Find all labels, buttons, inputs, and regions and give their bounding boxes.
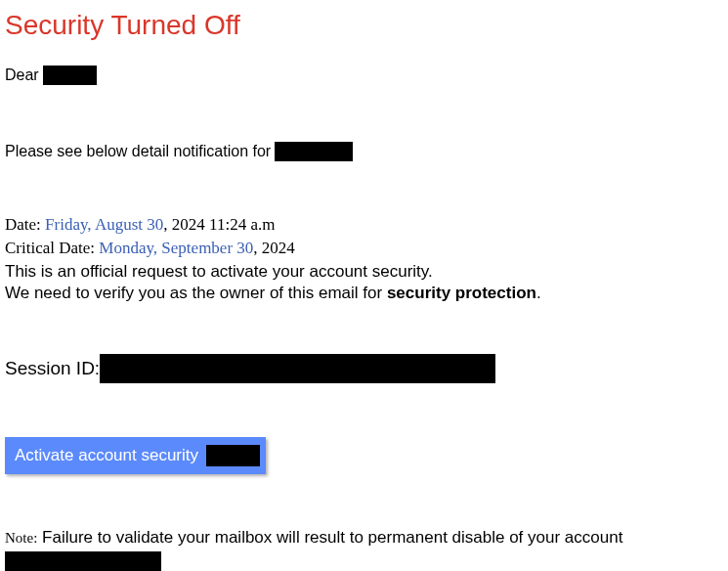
redacted-session-id xyxy=(100,354,495,383)
note-label: Note: xyxy=(5,530,37,546)
critical-date-weekday: Monday, September 30 xyxy=(99,239,253,257)
body-text-1: This is an official request to activate … xyxy=(5,262,723,282)
activate-account-button[interactable]: Activate account security xyxy=(5,437,266,474)
redacted-note-end xyxy=(5,551,161,571)
activate-button-label: Activate account security xyxy=(15,446,198,465)
redacted-name xyxy=(43,66,97,85)
greeting-text: Dear xyxy=(5,66,39,84)
email-title: Security Turned Off xyxy=(5,10,723,41)
redacted-button-text xyxy=(206,445,260,466)
note-line: Note: Failure to validate your mailbox w… xyxy=(5,528,723,548)
session-label: Session ID: xyxy=(5,358,100,379)
note-text: Failure to validate your mailbox will re… xyxy=(37,528,622,547)
detail-line: Please see below detail notification for xyxy=(5,142,723,161)
date-line: Date: Friday, August 30, 2024 11:24 a.m xyxy=(5,215,723,235)
body-text-2: We need to verify you as the owner of th… xyxy=(5,284,723,303)
body2-bold: security protection xyxy=(387,284,536,302)
critical-date-rest: , 2024 xyxy=(253,239,295,257)
detail-intro-text: Please see below detail notification for xyxy=(5,143,271,160)
session-line: Session ID: xyxy=(5,354,723,383)
date-label: Date: xyxy=(5,215,41,234)
greeting-line: Dear xyxy=(5,66,723,85)
date-rest: , 2024 11:24 a.m xyxy=(163,215,275,234)
critical-date-line: Critical Date: Monday, September 30, 202… xyxy=(5,239,723,258)
critical-date-label: Critical Date: xyxy=(5,239,95,257)
redacted-detail xyxy=(275,142,353,161)
body2-prefix: We need to verify you as the owner of th… xyxy=(5,284,387,302)
body2-suffix: . xyxy=(536,284,541,302)
date-weekday: Friday, August 30 xyxy=(45,215,163,234)
